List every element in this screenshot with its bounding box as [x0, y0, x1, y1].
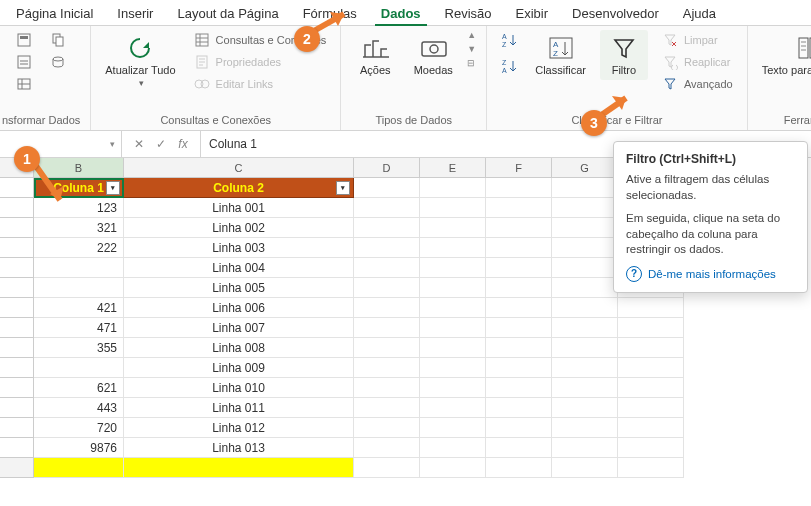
cell[interactable]: Linha 012 — [124, 418, 354, 438]
cell[interactable]: 720 — [34, 418, 124, 438]
cell[interactable] — [552, 318, 618, 338]
cell[interactable] — [486, 238, 552, 258]
fx-icon[interactable]: fx — [176, 137, 190, 151]
tab-exibir[interactable]: Exibir — [504, 2, 561, 25]
cell[interactable]: Linha 001 — [124, 198, 354, 218]
cell[interactable] — [354, 398, 420, 418]
cell[interactable] — [618, 338, 684, 358]
cell[interactable] — [552, 418, 618, 438]
tab-desenvolvedor[interactable]: Desenvolvedor — [560, 2, 671, 25]
sort-desc-button[interactable]: ZA — [497, 56, 521, 76]
col-head-D[interactable]: D — [354, 158, 420, 178]
cell[interactable]: 9876 — [34, 438, 124, 458]
cell[interactable] — [486, 358, 552, 378]
cell[interactable] — [552, 358, 618, 378]
cell[interactable] — [420, 258, 486, 278]
scroll-up-icon[interactable]: ▲ — [467, 30, 476, 40]
tab-inserir[interactable]: Inserir — [105, 2, 165, 25]
cell[interactable] — [420, 318, 486, 338]
cell[interactable] — [354, 338, 420, 358]
atualizar-tudo-button[interactable]: Atualizar Tudo — [101, 30, 179, 92]
cell[interactable] — [618, 318, 684, 338]
table-header-col2[interactable]: Coluna 2 — [124, 178, 354, 198]
cell[interactable] — [354, 258, 420, 278]
cell[interactable]: Linha 010 — [124, 378, 354, 398]
cell[interactable] — [486, 418, 552, 438]
cell[interactable] — [486, 458, 552, 478]
cell[interactable] — [420, 358, 486, 378]
cell[interactable]: Linha 003 — [124, 238, 354, 258]
cell[interactable] — [34, 458, 124, 478]
cell[interactable]: 355 — [34, 338, 124, 358]
cell[interactable] — [552, 298, 618, 318]
cell[interactable] — [552, 178, 618, 198]
cell[interactable]: Linha 002 — [124, 218, 354, 238]
cell[interactable] — [420, 338, 486, 358]
get-data-icon-4[interactable] — [46, 30, 70, 50]
cell[interactable]: Linha 004 — [124, 258, 354, 278]
scroll-down-icon[interactable]: ▼ — [467, 44, 476, 54]
cell[interactable] — [552, 458, 618, 478]
cell[interactable] — [552, 378, 618, 398]
cell[interactable] — [486, 258, 552, 278]
cell[interactable] — [618, 358, 684, 378]
cell[interactable] — [354, 318, 420, 338]
tab-ajuda[interactable]: Ajuda — [671, 2, 728, 25]
cell[interactable] — [354, 278, 420, 298]
cell[interactable] — [354, 298, 420, 318]
cell[interactable] — [354, 238, 420, 258]
editar-links-button[interactable]: Editar Links — [190, 74, 331, 94]
moedas-button[interactable]: Moedas — [409, 30, 457, 80]
cell[interactable] — [354, 358, 420, 378]
cell[interactable]: 222 — [34, 238, 124, 258]
cell[interactable] — [618, 298, 684, 318]
cell[interactable] — [486, 438, 552, 458]
cell[interactable] — [354, 218, 420, 238]
cell[interactable] — [354, 418, 420, 438]
cell[interactable] — [420, 458, 486, 478]
get-data-icon-1[interactable] — [12, 30, 36, 50]
cell[interactable]: Linha 007 — [124, 318, 354, 338]
tooltip-more-info-link[interactable]: Dê-me mais informações — [626, 266, 795, 282]
cell[interactable] — [552, 258, 618, 278]
cell[interactable]: Linha 008 — [124, 338, 354, 358]
cell[interactable] — [420, 438, 486, 458]
cell[interactable] — [420, 298, 486, 318]
get-data-icon-2[interactable] — [12, 52, 36, 72]
tab-p-gina-inicial[interactable]: Página Inicial — [4, 2, 105, 25]
cell[interactable] — [552, 438, 618, 458]
cell[interactable] — [354, 458, 420, 478]
cell[interactable] — [552, 238, 618, 258]
tab-layout-da-p-gina[interactable]: Layout da Página — [165, 2, 290, 25]
col-head-G[interactable]: G — [552, 158, 618, 178]
cell[interactable] — [618, 438, 684, 458]
cell[interactable]: 321 — [34, 218, 124, 238]
cell[interactable] — [618, 378, 684, 398]
get-data-icon-3[interactable] — [12, 74, 36, 94]
scroll-more-icon[interactable]: ⊟ — [467, 58, 476, 68]
cell[interactable] — [354, 178, 420, 198]
cell[interactable] — [486, 378, 552, 398]
cell[interactable]: Linha 006 — [124, 298, 354, 318]
avancado-button[interactable]: Avançado — [658, 74, 737, 94]
cell[interactable] — [420, 178, 486, 198]
get-data-icon-5[interactable] — [46, 52, 70, 72]
cell[interactable]: Linha 009 — [124, 358, 354, 378]
cell[interactable]: Linha 013 — [124, 438, 354, 458]
filter-toggle-col1[interactable] — [106, 181, 120, 195]
accept-formula-icon[interactable]: ✓ — [154, 137, 168, 151]
cell[interactable] — [354, 438, 420, 458]
cell[interactable] — [486, 398, 552, 418]
cell[interactable]: 471 — [34, 318, 124, 338]
cell[interactable] — [486, 178, 552, 198]
cancel-formula-icon[interactable]: ✕ — [132, 137, 146, 151]
tab-dados[interactable]: Dados — [369, 2, 433, 25]
texto-colunas-button[interactable]: Texto para Colunas — [758, 30, 811, 80]
classificar-button[interactable]: AZ Classificar — [531, 30, 590, 80]
cell[interactable] — [420, 238, 486, 258]
cell[interactable]: 443 — [34, 398, 124, 418]
cell[interactable] — [354, 198, 420, 218]
cell[interactable] — [618, 458, 684, 478]
cell[interactable] — [486, 218, 552, 238]
filtro-button[interactable]: Filtro — [600, 30, 648, 80]
